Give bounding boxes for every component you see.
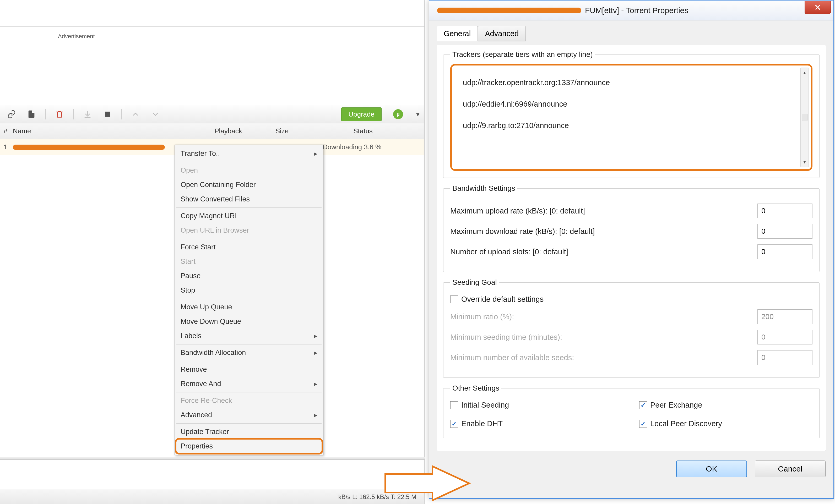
col-status[interactable]: Status	[302, 127, 424, 135]
upgrade-button[interactable]: Upgrade	[341, 107, 382, 121]
col-num[interactable]: #	[0, 127, 11, 135]
ok-button[interactable]: OK	[676, 461, 747, 477]
move-up-icon[interactable]	[129, 108, 142, 120]
menu-separator	[176, 344, 322, 344]
scrollbar[interactable]: ▲ ▼	[800, 68, 809, 167]
tab-general[interactable]: General	[436, 26, 478, 41]
menu-show-converted-files[interactable]: Show Converted Files	[175, 192, 323, 206]
menu-bandwidth-allocation[interactable]: Bandwidth Allocation▶	[175, 345, 323, 360]
menu-separator	[176, 162, 322, 162]
col-name[interactable]: Name	[11, 127, 194, 135]
ad-label: Advertisement	[58, 33, 95, 40]
local-peer-discovery-label: Local Peer Discovery	[650, 419, 722, 428]
tab-advanced[interactable]: Advanced	[478, 26, 526, 41]
statusbar: kB/s L: 162.5 kB/s T: 22.5 M	[0, 489, 424, 504]
cancel-button[interactable]: Cancel	[755, 461, 826, 477]
menu-advanced[interactable]: Advanced▶	[175, 408, 323, 422]
menu-pause[interactable]: Pause	[175, 269, 323, 283]
scroll-up-icon[interactable]: ▲	[803, 69, 807, 76]
row-name	[11, 145, 194, 150]
menu-properties[interactable]: Properties	[176, 440, 322, 453]
seeding-goal-fieldset: Seeding Goal Override default settings M…	[443, 278, 819, 378]
menu-separator	[176, 423, 322, 424]
trackers-textarea[interactable]: udp://tracker.opentrackr.org:1337/announ…	[450, 64, 812, 171]
panel-splitter[interactable]	[0, 457, 425, 460]
max-upload-label: Maximum upload rate (kB/s): [0: default]	[450, 207, 585, 215]
start-icon[interactable]	[82, 108, 94, 120]
col-playback[interactable]: Playback	[194, 127, 262, 135]
scroll-down-icon[interactable]: ▼	[803, 159, 807, 166]
min-available-seeds-label: Minimum number of available seeds:	[450, 353, 574, 362]
menu-transfer-to[interactable]: Transfer To..▶	[175, 146, 323, 161]
ad-area	[0, 29, 424, 105]
other-settings-legend: Other Settings	[450, 384, 501, 393]
peer-exchange-checkbox[interactable]	[639, 401, 647, 409]
chevron-down-icon[interactable]: ▾	[416, 110, 420, 118]
menu-move-up-queue[interactable]: Move Up Queue	[175, 300, 323, 314]
upload-slots-input[interactable]	[757, 245, 812, 259]
redacted-torrent-name	[13, 145, 165, 150]
scroll-thumb[interactable]	[802, 114, 808, 121]
redacted-title-prefix	[437, 7, 581, 13]
trackers-fieldset: Trackers (separate tiers with an empty l…	[443, 50, 819, 178]
bandwidth-legend: Bandwidth Settings	[450, 184, 517, 192]
menu-move-down-queue[interactable]: Move Down Queue	[175, 314, 323, 329]
move-down-icon[interactable]	[149, 108, 161, 120]
stop-icon[interactable]	[101, 108, 114, 120]
annotation-arrow-icon	[383, 464, 472, 503]
add-torrent-icon[interactable]	[25, 108, 38, 120]
min-seeding-time-input	[757, 330, 812, 344]
dialog-tabs: General Advanced	[436, 26, 826, 41]
tracker-line: udp://tracker.opentrackr.org:1337/announ…	[463, 75, 800, 90]
upload-slots-label: Number of upload slots: [0: default]	[450, 248, 568, 256]
chevron-right-icon: ▶	[314, 412, 318, 418]
local-peer-discovery-checkbox[interactable]	[639, 420, 647, 428]
enable-dht-checkbox[interactable]	[450, 420, 458, 428]
tracker-line: udp://9.rarbg.to:2710/announce	[463, 118, 800, 133]
initial-seeding-checkbox[interactable]	[450, 401, 458, 409]
menu-labels[interactable]: Labels▶	[175, 329, 323, 343]
menu-remove[interactable]: Remove	[175, 362, 323, 377]
menu-start: Start	[175, 254, 323, 269]
utorrent-logo-icon[interactable]: µ	[393, 109, 403, 119]
svg-rect-0	[105, 111, 110, 117]
dialog-titlebar[interactable]: FUM[ettv] - Torrent Properties	[429, 1, 833, 20]
menu-open-containing-folder[interactable]: Open Containing Folder	[175, 177, 323, 192]
add-url-icon[interactable]	[5, 108, 18, 120]
initial-seeding-label: Initial Seeding	[461, 401, 509, 410]
min-ratio-input	[757, 309, 812, 324]
menu-copy-magnet-uri[interactable]: Copy Magnet URI	[175, 209, 323, 223]
toolbar: Upgrade µ ▾	[0, 105, 424, 123]
tracker-line: udp://eddie4.nl:6969/announce	[463, 97, 800, 111]
col-size[interactable]: Size	[262, 127, 302, 135]
menu-force-recheck: Force Re-Check	[175, 394, 323, 408]
chevron-right-icon: ▶	[314, 381, 318, 387]
trackers-legend: Trackers (separate tiers with an empty l…	[450, 50, 595, 59]
divider	[0, 26, 425, 27]
chevron-right-icon: ▶	[314, 350, 318, 356]
override-defaults-checkbox[interactable]	[450, 295, 458, 303]
dialog-title: FUM[ettv] - Torrent Properties	[585, 6, 689, 15]
menu-force-start[interactable]: Force Start	[175, 240, 323, 254]
chevron-right-icon: ▶	[314, 151, 318, 156]
delete-icon[interactable]	[54, 108, 65, 120]
seeding-goal-legend: Seeding Goal	[450, 278, 499, 287]
menu-remove-and[interactable]: Remove And▶	[175, 377, 323, 391]
svg-marker-1	[385, 466, 469, 500]
override-defaults-label: Override default settings	[461, 295, 544, 303]
max-download-input[interactable]	[757, 224, 812, 239]
close-button[interactable]	[805, 1, 831, 14]
row-index: 1	[0, 143, 11, 151]
peer-exchange-label: Peer Exchange	[650, 401, 702, 410]
other-settings-fieldset: Other Settings Initial Seeding Peer Exch…	[443, 384, 819, 438]
menu-separator	[176, 392, 322, 393]
menu-stop[interactable]: Stop	[175, 283, 323, 298]
table-header: # Name Playback Size Status	[0, 123, 424, 139]
menu-open: Open	[175, 163, 323, 177]
menu-open-url-in-browser: Open URL in Browser	[175, 223, 323, 237]
max-upload-input[interactable]	[757, 204, 812, 218]
tab-panel-general: Trackers (separate tiers with an empty l…	[436, 45, 826, 451]
menu-separator	[176, 361, 322, 361]
menu-update-tracker[interactable]: Update Tracker	[175, 425, 323, 439]
context-menu: Transfer To..▶ Open Open Containing Fold…	[175, 145, 323, 455]
